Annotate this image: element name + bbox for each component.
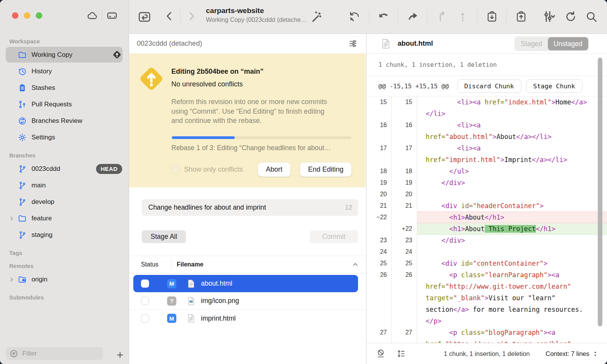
sidebar-item-main[interactable]: main <box>0 177 129 194</box>
code-text: <li><a href="index.html">Home</a></li> <box>417 96 607 119</box>
head-badge: HEAD <box>96 164 122 174</box>
rebase-progress-fill <box>172 136 235 139</box>
column-header-status[interactable]: Status <box>141 261 171 268</box>
disclosure-chevron-icon[interactable] <box>8 215 15 222</box>
code-text: <h1>About This Project</h1> <box>417 223 607 235</box>
ignore-whitespace-icon[interactable] <box>376 349 386 359</box>
diff-line[interactable]: 2323 </div> <box>367 235 607 246</box>
file-row-about-html[interactable]: Mabout.html <box>129 275 366 292</box>
column-divider[interactable] <box>171 259 171 270</box>
stash-icon <box>18 83 27 93</box>
chunk-range: @@ -15,15 +15,15 @@ <box>378 83 449 90</box>
sidebar-item-working-copy[interactable]: Working Copy <box>0 46 129 63</box>
diff-line[interactable]: 1515 <li><a href="index.html">Home</a></… <box>367 96 607 119</box>
sidebar-filter[interactable] <box>6 347 103 360</box>
disclosure-chevron-icon[interactable] <box>8 276 15 283</box>
quick-actions-button[interactable] <box>310 10 322 23</box>
diff-line[interactable]: 1616 <li><a href="about.html">About</a><… <box>367 119 607 142</box>
diff-line[interactable]: 2626 <p class="learnParagraph"><a href="… <box>367 269 607 327</box>
stash-apply-button[interactable] <box>515 10 527 23</box>
staged-tab[interactable]: Staged <box>515 37 548 50</box>
sidebar: WorkspaceWorking CopyHistoryStashesPull … <box>0 0 129 364</box>
discard-chunk-button[interactable]: Discard Chunk <box>457 79 521 93</box>
status-badge: M <box>167 279 176 288</box>
close-button[interactable] <box>12 12 18 19</box>
zoom-button[interactable] <box>36 12 42 19</box>
file-row-img-icon-png[interactable]: ?img/icon.png <box>129 292 366 309</box>
sidebar-item-history[interactable]: History <box>0 63 129 79</box>
diff-line[interactable]: +22 <h1>About This Project</h1> <box>367 223 607 235</box>
diff-line[interactable]: 1919 </div> <box>367 177 607 189</box>
diff-line[interactable]: 2121 <div id="headerContainer"> <box>367 200 607 212</box>
back-button[interactable] <box>164 10 175 22</box>
scrollbar-thumb[interactable] <box>598 58 602 326</box>
stage-chunk-button[interactable]: Stage Chunk <box>526 79 582 93</box>
sidebar-item-develop[interactable]: develop <box>0 194 129 210</box>
old-line-number: 21 <box>367 200 392 212</box>
line-spacing-icon[interactable] <box>396 349 406 359</box>
file-list: Mabout.html?img/icon.pngMimprint.html <box>129 275 366 327</box>
column-header-filename[interactable]: Filename <box>177 261 203 268</box>
view-options-button[interactable] <box>348 38 358 49</box>
refresh-button[interactable] <box>564 10 577 23</box>
end-editing-button[interactable]: End Editing <box>300 162 352 177</box>
stash-save-button[interactable] <box>486 10 498 23</box>
search-button[interactable] <box>585 10 598 23</box>
diff-line[interactable]: 2424 <box>367 246 607 258</box>
stage-checkbox[interactable] <box>141 280 149 288</box>
unstaged-tab[interactable]: Unstaged <box>548 37 588 50</box>
code-text: </div> <box>417 177 607 189</box>
pull-button[interactable] <box>377 10 390 23</box>
diff-line[interactable]: 1818 </ul> <box>367 165 607 177</box>
sidebar-item-label: Pull Requests <box>32 101 72 108</box>
sort-chevron-up-icon[interactable] <box>351 260 360 269</box>
status-badge: M <box>167 314 176 323</box>
fetch-button[interactable] <box>348 10 361 23</box>
push-button[interactable] <box>406 10 419 23</box>
new-line-number: 18 <box>392 165 417 177</box>
show-only-conflicts-checkbox[interactable] <box>171 165 179 174</box>
minimize-button[interactable] <box>24 12 30 19</box>
sidebar-item-staging[interactable]: staging <box>0 227 129 243</box>
diff-line[interactable]: 2020 <box>367 189 607 200</box>
context-lines-label: Context: 7 lines <box>546 350 589 357</box>
cloud-services-button[interactable] <box>86 10 98 22</box>
stage-all-button[interactable]: Stage All <box>142 230 186 243</box>
open-working-copy-button[interactable] <box>138 10 151 24</box>
folder-icon <box>18 50 27 60</box>
diff-line[interactable]: 2525 <div id="contentContainer"> <box>367 258 607 269</box>
diff-panel: about.html Staged Unstaged 1 chunk, 1 in… <box>367 34 607 364</box>
context-stepper[interactable] <box>592 351 599 357</box>
sidebar-item-feature[interactable]: feature <box>0 210 129 227</box>
sidebar-item-stashes[interactable]: Stashes <box>0 79 129 96</box>
commit-message-counter: 12 <box>345 204 352 212</box>
commit-message-input[interactable] <box>148 203 345 212</box>
sidebar-item-pull-requests[interactable]: Pull Requests <box>0 96 129 113</box>
sidebar-item-0023cddd[interactable]: 0023cdddHEAD <box>0 160 129 177</box>
divider <box>398 10 398 23</box>
stage-checkbox[interactable] <box>141 314 149 323</box>
filter-input[interactable] <box>22 349 99 358</box>
sidebar-item-settings[interactable]: Settings <box>0 129 129 146</box>
abort-button[interactable]: Abort <box>258 162 290 177</box>
old-line-number: 27 <box>367 327 392 343</box>
branch-icon <box>18 164 27 174</box>
diff-summary: 1 chunk, 1 insertion, 1 deletion <box>367 54 607 76</box>
workflow-menu-button[interactable] <box>541 9 556 24</box>
file-row-imprint-html[interactable]: Mimprint.html <box>129 309 366 327</box>
file-icon <box>380 38 392 50</box>
local-repos-button[interactable] <box>106 10 118 22</box>
diff-line[interactable]: −22 <h1>About</h1> <box>367 212 607 223</box>
sidebar-sections: WorkspaceWorking CopyHistoryStashesPull … <box>0 38 129 301</box>
sidebar-item-branches-review[interactable]: Branches Review <box>0 113 129 129</box>
diff-line[interactable]: 2727 <p class="blogParagraph"><a href="h… <box>367 327 607 343</box>
app-window: WorkspaceWorking CopyHistoryStashesPull … <box>0 0 607 364</box>
gear-icon <box>18 133 27 142</box>
stage-checkbox[interactable] <box>141 297 149 305</box>
new-line-number <box>392 212 417 223</box>
diff-line[interactable]: 1717 <li><a href="imprint.html">Imprint<… <box>367 142 607 165</box>
filter-icon <box>9 349 18 358</box>
commit-message-field[interactable]: 12 <box>142 199 358 216</box>
sidebar-item-origin[interactable]: origin <box>0 271 129 288</box>
add-button[interactable] <box>116 351 124 359</box>
